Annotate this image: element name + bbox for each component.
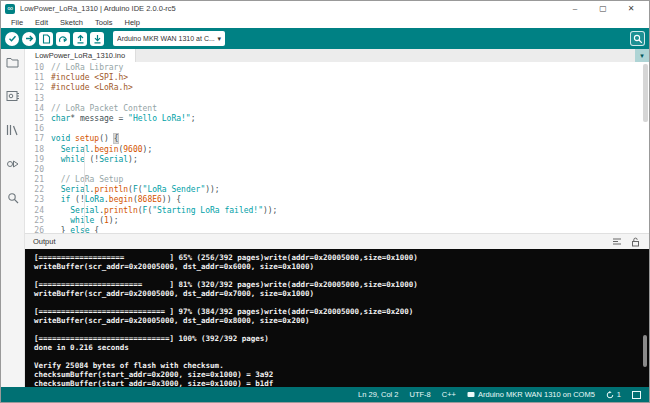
window-title: LowPower_LoRa_1310 | Arduino IDE 2.0.0-r… [20, 4, 561, 13]
board-status[interactable]: Arduino MKR WAN 1310 on COM5 [467, 390, 595, 399]
chevron-down-icon: ▾ [217, 35, 221, 43]
menu-item-tools[interactable]: Tools [89, 18, 119, 27]
maximize-button[interactable]: ▢ [589, 2, 617, 16]
line-number: 12 [25, 83, 51, 93]
console-line [34, 271, 649, 280]
arrow-down-icon [93, 34, 102, 44]
title-bar: ∞ LowPower_LoRa_1310 | Arduino IDE 2.0.0… [1, 1, 649, 16]
board-icon [467, 391, 475, 398]
toolbar: Arduino MKR WAN 1310 at C... ▾ [1, 28, 649, 49]
cursor-position[interactable]: Ln 29, Col 2 [358, 390, 398, 399]
tab-label: LowPower_LoRa_1310.ino [35, 51, 125, 60]
save-button[interactable] [90, 32, 104, 46]
line-number: 26 [25, 226, 51, 233]
sidebar-item-search[interactable] [5, 190, 20, 205]
output-panel-title: Output [33, 237, 605, 246]
code-line: 11#include <SPI.h> [25, 73, 649, 83]
sidebar-item-debug[interactable] [5, 156, 20, 171]
check-icon [8, 34, 17, 43]
debug-button[interactable] [56, 32, 70, 46]
code-line: 17void setup() { [25, 134, 649, 144]
line-number: 20 [25, 165, 51, 175]
editor-tab-bar: LowPower_LoRa_1310.ino ▾ [25, 49, 649, 62]
sync-count: 1 [617, 390, 621, 399]
console-line: writeBuffer(scr_addr=0x20005000, dst_add… [34, 289, 649, 298]
tab-list-dropdown[interactable]: ▾ [635, 49, 649, 62]
code-line: 10// LoRa Library [25, 63, 649, 73]
code-line: 13 [25, 94, 649, 104]
menu-item-help[interactable]: Help [118, 18, 145, 27]
line-number: 10 [25, 63, 51, 73]
sidebar-item-boards-manager[interactable] [5, 88, 20, 103]
console-line [34, 352, 649, 361]
code-line: 23 if (!LoRa.begin(868E6)) { [25, 195, 649, 205]
line-number: 18 [25, 145, 51, 155]
line-number: 14 [25, 104, 51, 114]
scroll-lock-icon[interactable] [629, 236, 641, 248]
debug-icon [58, 34, 68, 44]
console-scrollbar[interactable] [643, 335, 647, 367]
line-number: 22 [25, 185, 51, 195]
line-number: 21 [25, 175, 51, 185]
console-line: checksumBuffer(start_addr=0x2000, size=0… [34, 370, 649, 379]
console-line: [=================== ] 65% (256/392 page… [34, 253, 649, 262]
search-icon [7, 192, 19, 204]
console-line [34, 298, 649, 307]
upload-button[interactable] [22, 32, 36, 46]
sync-indicator[interactable]: 1 [606, 390, 621, 399]
close-button[interactable]: ✕ [617, 2, 645, 16]
code-line: 25 while (1); [25, 216, 649, 226]
line-number: 13 [25, 94, 51, 104]
code-editor[interactable]: 10// LoRa Library11#include <SPI.h>12#in… [25, 62, 649, 233]
board-selector-dropdown[interactable]: Arduino MKR WAN 1310 at C... ▾ [113, 31, 225, 46]
output-console[interactable]: [=================== ] 65% (256/392 page… [25, 249, 649, 387]
code-line: 24 Serial.println(F("Starting LoRa faile… [25, 206, 649, 216]
code-line: 22 Serial.println(F("LoRa Sender")); [25, 185, 649, 195]
output-panel-header: Output [25, 233, 649, 249]
console-line: [============================ ] 97% (384… [34, 307, 649, 316]
code-line: 16 [25, 124, 649, 134]
sidebar-item-library-manager[interactable] [5, 122, 20, 137]
serial-monitor-button[interactable] [630, 31, 645, 46]
menu-item-sketch[interactable]: Sketch [54, 18, 89, 27]
code-line: 26 } else { [25, 226, 649, 233]
console-line: checksumBuffer(start_addr=0x3000, size=0… [34, 379, 649, 387]
status-bar: Ln 29, Col 2 UTF-8 C++ Arduino MKR WAN 1… [1, 387, 649, 402]
tab-lowpower-lora-1310[interactable]: LowPower_LoRa_1310.ino [25, 49, 136, 62]
menu-item-file[interactable]: File [5, 18, 29, 27]
clear-output-icon[interactable] [611, 236, 623, 248]
magnifier-icon [633, 34, 643, 44]
sidebar-item-sketchbook[interactable] [5, 54, 20, 69]
board-selector-label: Arduino MKR WAN 1310 at C... [117, 35, 217, 42]
encoding-indicator[interactable]: UTF-8 [410, 390, 431, 399]
activity-bar [1, 49, 25, 387]
open-button[interactable] [73, 32, 87, 46]
board-status-label: Arduino MKR WAN 1310 on COM5 [478, 390, 595, 399]
panel-icon [632, 391, 641, 399]
menu-bar: FileEditSketchToolsHelp [1, 16, 649, 28]
console-line: writeBuffer(scr_addr=0x20005000, dst_add… [34, 316, 649, 325]
line-number: 25 [25, 216, 51, 226]
line-number: 19 [25, 155, 51, 165]
folder-icon [6, 56, 19, 68]
code-line: 18 Serial.begin(9600); [25, 145, 649, 155]
line-number: 23 [25, 195, 51, 205]
minimize-button[interactable]: – [561, 2, 589, 16]
line-number: 16 [25, 124, 51, 134]
notifications-toggle[interactable] [632, 391, 641, 399]
language-mode[interactable]: C++ [442, 390, 456, 399]
line-number: 24 [25, 206, 51, 216]
new-sketch-button[interactable] [39, 32, 53, 46]
code-line: 15char* message = "Hello LoRa!"; [25, 114, 649, 124]
line-number: 15 [25, 114, 51, 124]
console-line [34, 325, 649, 334]
line-number: 11 [25, 73, 51, 83]
code-line: 12#include <LoRa.h> [25, 83, 649, 93]
verify-button[interactable] [5, 32, 19, 46]
console-line: done in 0.216 seconds [34, 343, 649, 352]
sync-icon [606, 391, 614, 399]
menu-item-edit[interactable]: Edit [29, 18, 54, 27]
editor-scrollbar[interactable] [643, 64, 648, 122]
arduino-logo-icon: ∞ [5, 4, 15, 14]
console-line: [=============================] 100% (39… [34, 334, 649, 343]
